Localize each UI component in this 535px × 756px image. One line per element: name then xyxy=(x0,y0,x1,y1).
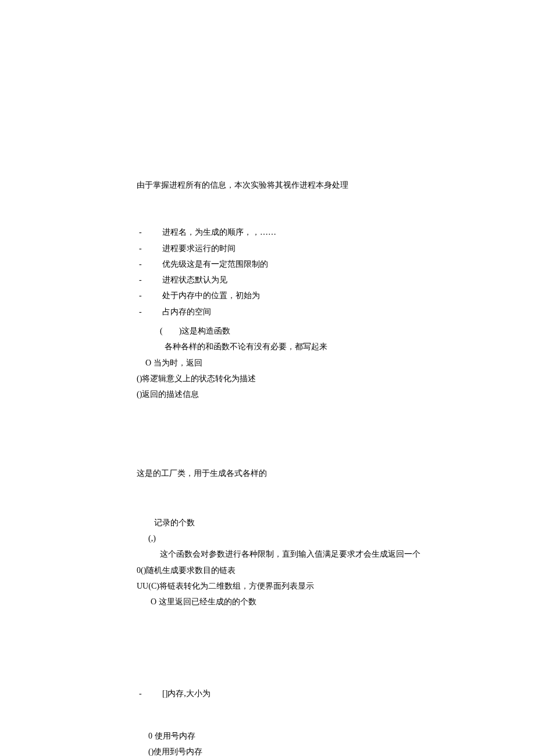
section3-list: - []内存,大小为 xyxy=(137,686,425,701)
list-item: - 处于内存中的位置，初始为 xyxy=(137,288,425,303)
spacer xyxy=(137,705,425,728)
dash-icon: - xyxy=(137,224,162,240)
dash-icon: - xyxy=(137,686,162,701)
section1-sub1: ( )这是构造函数 xyxy=(137,323,425,339)
list-item-text: []内存,大小为 xyxy=(162,686,425,701)
section1-sub4: ()将逻辑意义上的状态转化为描述 xyxy=(137,371,425,386)
section2-line4: 0()随机生成要求数目的链表 xyxy=(137,562,425,578)
document-page: 由于掌握进程所有的信息，本次实验将其视作进程本身处理 - 进程名，为生成的顺序，… xyxy=(0,0,535,756)
section1-sub2: 各种各样的和函数不论有没有必要，都写起来 xyxy=(137,339,425,354)
section2-line3: 这个函数会对参数进行各种限制，直到输入值满足要求才会生成返回一个 xyxy=(137,546,425,562)
section1-sub3: O 当为时，返回 xyxy=(137,355,425,371)
list-item-text: 进程名，为生成的顺序，，…… xyxy=(162,224,425,240)
list-item-text: 占内存的空间 xyxy=(162,304,425,320)
section2-line6: O 这里返回已经生成的的个数 xyxy=(137,594,425,610)
spacer xyxy=(137,489,425,515)
dash-icon: - xyxy=(137,304,162,320)
spacer xyxy=(137,610,425,686)
section2-intro: 这是的工厂类，用于生成各式各样的 xyxy=(137,465,425,481)
list-item: - 占内存的空间 xyxy=(137,304,425,320)
dash-icon: - xyxy=(137,272,162,288)
list-item-text: 优先级这是有一定范围限制的 xyxy=(162,256,425,272)
section3-line1: 0 使用号内存 xyxy=(137,728,425,744)
section1-list: - 进程名，为生成的顺序，，…… - 进程要求运行的时间 - 优先级这是有一定范… xyxy=(137,224,425,320)
dash-icon: - xyxy=(137,256,162,272)
list-item: - 进程名，为生成的顺序，，…… xyxy=(137,224,425,240)
list-item: - []内存,大小为 xyxy=(137,686,425,701)
spacer xyxy=(137,201,425,224)
list-item: - 进程状态默认为见 xyxy=(137,272,425,288)
dash-icon: - xyxy=(137,288,162,303)
section2-line5: UU(C)将链表转化为二维数组，方便界面列表显示 xyxy=(137,578,425,594)
section1-intro: 由于掌握进程所有的信息，本次实验将其视作进程本身处理 xyxy=(137,177,425,193)
list-item-text: 进程状态默认为见 xyxy=(162,272,425,288)
dash-icon: - xyxy=(137,241,162,256)
spacer xyxy=(137,403,425,465)
section2-line1: 记录的个数 xyxy=(137,515,425,531)
section2-line2: (,) xyxy=(137,531,425,546)
list-item-text: 进程要求运行的时间 xyxy=(162,241,425,256)
section1-sub5: ()返回的描述信息 xyxy=(137,386,425,402)
list-item: - 优先级这是有一定范围限制的 xyxy=(137,256,425,272)
list-item: - 进程要求运行的时间 xyxy=(137,241,425,256)
list-item-text: 处于内存中的位置，初始为 xyxy=(162,288,425,303)
section3-line2: ()使用到号内存 xyxy=(137,744,425,756)
